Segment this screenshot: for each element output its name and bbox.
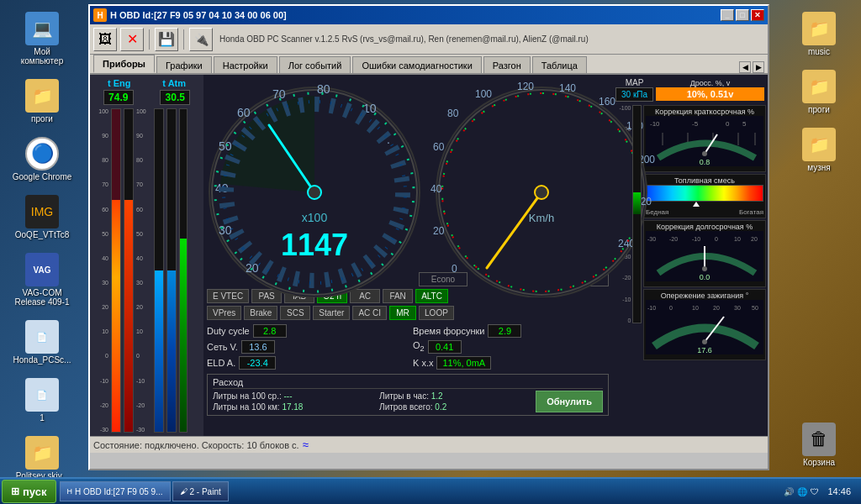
scs-btn[interactable]: SCS [280,306,310,320]
brake-btn[interactable]: Brake [244,306,277,320]
desktop-icon-label: Honda_PCSc... [13,355,71,365]
data-grid: Duty cycle 2.8 Время форсунки 2.9 Сеть V… [207,323,609,371]
desktop-icon-chrome[interactable]: 🔵 Google Chrome [8,134,76,185]
desktop: 💻 Мой компьютер 📁 проги 🔵 Google Chrome … [0,0,861,504]
desktop-icon-progi[interactable]: 📁 проги [8,76,76,127]
thermo-overlay [112,109,120,200]
window-title: H OBD Id:[27 F9 05 97 04 10 34 00 06 00] [110,10,721,20]
desktop-icon-korzina[interactable]: 🗑 Корзина [785,419,853,470]
svg-text:0: 0 [715,236,718,242]
dross-label: Дросс. %, v [690,79,731,87]
minimize-button[interactable]: _ [721,9,734,21]
gauges-area: 20 30 40 50 60 70 80 10 · [203,75,612,436]
svg-text:0.0: 0.0 [700,273,710,281]
window-titlebar: H H OBD Id:[27 F9 05 97 04 10 34 00 06 0… [90,6,768,24]
vremya-value: 2.9 [488,324,521,338]
window-controls: _ □ ✕ [721,9,764,21]
starter-btn[interactable]: Starter [313,306,350,320]
fuel-rich-label: Богатая [739,208,763,216]
tray-icon-2: 🌐 [797,487,807,496]
o2-value: 0.41 [428,340,462,354]
desktop-icon-vag-com[interactable]: VAG VAG-COM Release 409-1 [8,249,76,310]
svg-text:80: 80 [317,82,330,96]
fuel-mix-section: Топливная смесь Бедная Богатая [643,174,766,218]
raskhod-title: Расход [213,377,603,389]
desktop-icon-my-computer[interactable]: 💻 Мой компьютер [8,8,76,69]
taskbar-item-icon-2: 🖌 [180,487,188,496]
tab-tablica[interactable]: Таблица [532,56,587,73]
svg-text:0.8: 0.8 [700,158,710,166]
taskbar-item-label-2: 2 - Paint [190,487,221,496]
tab-oshibki[interactable]: Ошибки самодиагностики [352,56,481,73]
correction-short-title: Коррекция краткосрочная % [646,108,763,116]
toolbar-btn-delete[interactable]: ✕ [120,28,144,51]
tabs-prev-button[interactable]: ◀ [739,61,751,73]
maximize-button[interactable]: □ [736,9,749,21]
taskbar-tray: 🔊 🌐 🛡 14:46 [784,486,861,496]
mr-btn[interactable]: MR [389,306,416,320]
desktop-icon-label: 1 [40,413,45,423]
tab-pribory[interactable]: Приборы [93,55,155,73]
desktop-icon-muzyna[interactable]: 📁 музня [785,124,853,176]
toolbar-btn-save[interactable]: 💾 [155,28,178,51]
fuel-mix-indicator [646,202,763,208]
tab-razgon[interactable]: Разгон [483,56,531,73]
desktop-icon-politsey[interactable]: 📁 Politsey skiy... [8,433,76,484]
raskhod-row: Литры на 100 ср.: --- Литры в час: 1.2 Л… [213,391,603,412]
scale-labels-mid: 100 90 80 70 60 50 40 30 20 10 0 -10 -20… [136,108,151,433]
rpm-gauge: 20 30 40 50 60 70 80 10 · [203,75,426,297]
tab-nastroyki[interactable]: Настройки [214,56,277,73]
tab-log[interactable]: Лог событий [279,56,351,73]
desktop-icons-left: 💻 Мой компьютер 📁 проги 🔵 Google Chrome … [0,0,84,470]
taskbar-item-paint[interactable]: 🖌 2 - Paint [172,481,229,501]
thermo-fill-small [180,239,187,432]
fuel-mix-title: Топливная смесь [646,176,763,185]
desktop-icon-music[interactable]: 📁 music [785,8,853,60]
svg-text:80: 80 [447,108,459,119]
svg-text:20: 20 [751,236,758,242]
status-icon: ≈ [303,438,309,451]
close-button[interactable]: ✕ [751,9,764,21]
svg-text:10: 10 [692,305,699,311]
desktop-icon-honda-pcs[interactable]: 📄 Honda_PCSc... [8,317,76,368]
content-area: t Eng t Atm 74.9 30.5 100 90 80 70 60 [90,75,768,436]
desktop-icon-ooqe[interactable]: IMG OoQE_VTtTc8 [8,192,76,243]
set-v-row: Сеть V. 13.6 [207,340,403,354]
right-bar-fill [633,192,641,214]
right-scale-area: -100 -90 -80 -70 -60 -50 -40 -30 -20 -10… [614,105,766,323]
toolbar-btn-open[interactable]: 🖼 [93,28,117,51]
vremya-row: Время форсунки 2.9 [413,324,609,338]
dross-value: 10%, 0.51v [656,87,764,101]
ac-ci-btn[interactable]: AC CI [352,306,387,320]
toolbar-btn-connect[interactable]: 🔌 [189,28,213,51]
correction-long-gauge: -30 -20 -10 0 10 20 0.0 [646,231,763,281]
thermo-bar-small [179,108,188,433]
raskhod-section: Расход Литры на 100 ср.: --- Литры в час… [207,374,609,416]
tab-grafiki[interactable]: Графики [156,56,212,73]
desktop-icon-progi-right[interactable]: 📁 проги [785,66,853,118]
duty-cycle-row: Duty cycle 2.8 [207,324,403,338]
speed-gauge: 0 20 40 60 80 100 120 140 160 180 200 22… [426,75,658,297]
svg-text:20: 20 [713,305,720,311]
taskbar-item-obd[interactable]: H H OBD Id:[27 F9 05 9... [60,481,171,501]
set-v-value: 13.6 [241,340,275,354]
loop-btn[interactable]: LOOP [419,306,454,320]
thermo-fill-eng2 [124,200,133,432]
reset-button[interactable]: Обнулить [536,391,603,412]
vpres-btn[interactable]: VPres [207,306,241,320]
svg-text:20: 20 [433,225,445,237]
desktop-icon-file1[interactable]: 📄 1 [8,375,76,426]
kxx-row: K x.x 11%, 0mA [413,356,609,370]
fuel-labels: Бедная Богатая [646,208,763,216]
eld-label: ELD A. [207,358,235,368]
svg-text:Km/h: Km/h [529,212,554,224]
toolbar-separator2 [183,29,184,50]
thermometer-bars: 100 90 80 70 60 50 40 30 20 10 0 -10 -20… [92,108,202,433]
tabs-next-button[interactable]: ▶ [753,61,764,73]
scale-labels-left: 100 90 80 70 60 50 40 30 20 10 0 -10 -20… [93,108,108,433]
desktop-icons-right: 📁 music 📁 проги 📁 музня 🗑 Корзина [777,0,861,470]
clock-display: 14:46 [822,486,856,496]
right-vert-bar [632,105,642,323]
start-button[interactable]: ⊞ пуск [2,480,56,503]
dross-section: Дросс. %, v 10%, 0.51v [656,79,764,101]
